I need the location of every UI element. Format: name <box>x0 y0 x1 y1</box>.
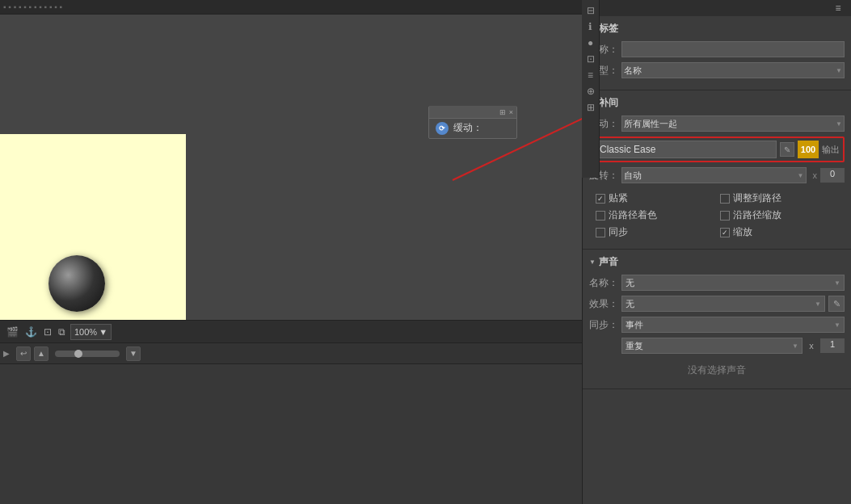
checkbox-suofang-label: 缩放 <box>733 225 752 239</box>
timeline-tracks <box>0 364 582 504</box>
ball-object <box>48 255 105 312</box>
search-icon[interactable]: ⊕ <box>583 84 598 99</box>
section-shengyin-triangle: ▼ <box>589 258 596 266</box>
checkbox-tiejin: 贴紧 <box>596 191 714 205</box>
info-icon[interactable]: ℹ <box>583 19 598 34</box>
checkbox-tongbu: 同步 <box>596 225 714 239</box>
sound-sync-dropdown-arrow: ▼ <box>834 321 840 329</box>
sound-repeat-row: 重复 ▼ x 1 <box>589 338 845 354</box>
section-biaoqian-header[interactable]: ▼ 标签 <box>583 19 851 38</box>
checkbox-tiejin-box[interactable] <box>596 194 605 204</box>
rotation-dropdown-arrow: ▼ <box>798 172 804 179</box>
checkbox-yanlu-suofang-box[interactable] <box>720 211 730 220</box>
ease-output-label: 输出 <box>822 144 840 156</box>
stage-content: ⊞ × ⟳ 缓动： <box>0 29 582 328</box>
ease-row: Classic Ease ✎ 100 输出 <box>589 136 845 162</box>
checkbox-suofang-box[interactable] <box>720 228 730 237</box>
sound-repeat-dropdown-arrow: ▼ <box>792 342 798 350</box>
section-butie-title: 补间 <box>599 96 618 110</box>
type-field-row: 类型： 名称 ▼ <box>589 62 845 78</box>
sound-effect-dropdown-arrow: ▼ <box>815 300 821 308</box>
panel-settings-icon[interactable]: ≡ <box>830 0 846 16</box>
sound-effect-select[interactable]: 无 ▼ <box>621 296 825 312</box>
align-icon[interactable]: ≡ <box>583 68 598 82</box>
sound-name-row: 名称： 无 ▼ <box>589 275 845 291</box>
action-panel-header: ⊞ × <box>429 106 516 119</box>
section-shengyin: ▼ 声音 名称： 无 ▼ 效果： 无 ▼ <box>583 250 851 389</box>
rotation-x-label: x <box>813 170 818 180</box>
right-panel-top: ≡ <box>583 0 851 16</box>
section-biaoqian: ▼ 标签 名称： 类型： 名称 ▼ <box>583 16 851 90</box>
action-panel-expand[interactable]: ⊞ <box>499 108 506 116</box>
checkbox-yanlu-zhanse: 沿路径着色 <box>596 208 714 222</box>
sound-effect-row: 效果： 无 ▼ ✎ <box>589 296 845 312</box>
zoom-value: 100% <box>74 327 97 337</box>
action-panel-close[interactable]: × <box>509 108 513 116</box>
rotation-select-value: 自动 <box>624 170 642 182</box>
clip-icon[interactable]: ⧉ <box>57 325 67 339</box>
checkbox-yanlu-zhanse-box[interactable] <box>596 211 605 220</box>
canvas-stage: ⊞ × ⟳ 缓动： <box>0 15 582 342</box>
timeline-controls: ▶ ↩ ▲ ▼ <box>0 342 582 504</box>
checkbox-yanlu-suofang: 沿路径缩放 <box>720 208 838 222</box>
sound-sync-label: 同步： <box>589 318 618 332</box>
action-panel: ⊞ × ⟳ 缓动： <box>428 106 517 139</box>
checkbox-tiaozheng-label: 调整到路径 <box>733 191 781 205</box>
action-label: 缓动： <box>453 121 482 135</box>
checkbox-tongbu-box[interactable] <box>596 228 605 237</box>
section-biaoqian-content: 名称： 类型： 名称 ▼ <box>583 38 851 86</box>
zoom-dropdown-arrow: ▼ <box>99 327 107 337</box>
checkbox-tiaozheng-box[interactable] <box>720 194 730 204</box>
undo-btn[interactable]: ↩ <box>16 346 31 361</box>
type-field-select[interactable]: 名称 ▼ <box>621 62 845 78</box>
timeline-toolbar: ▶ ↩ ▲ ▼ <box>0 343 582 364</box>
zoom-select[interactable]: 100% ▼ <box>70 324 112 340</box>
sound-repeat-count-input[interactable]: 1 <box>820 338 845 353</box>
checkbox-tiejin-label: 贴紧 <box>609 191 628 205</box>
sound-sync-value: 事件 <box>626 319 834 331</box>
canvas-bottom-toolbar: 🎬 ⚓ ⊡ ⧉ 100% ▼ <box>0 320 582 342</box>
sound-name-dropdown-arrow: ▼ <box>834 279 840 287</box>
scrubber-thumb <box>74 350 82 358</box>
ease-value-display: 100 <box>798 141 819 158</box>
section-butie-header[interactable]: ▼ 补间 <box>583 94 851 112</box>
right-panel: ≡ ▼ 标签 名称： 类型： 名称 ▼ <box>582 0 851 504</box>
main-container: ▪ ▪ ▪ ▪ ▪ ▪ ▪ ▪ ▪ ▪ ▪ ▪ ⊞ × ⟳ 缓动： <box>0 0 851 504</box>
sound-repeat-x-label: x <box>806 340 817 351</box>
properties-icon[interactable]: ⊟ <box>583 3 598 18</box>
section-biaoqian-title: 标签 <box>599 22 618 36</box>
transform-tool-icon[interactable]: ⊡ <box>42 325 53 339</box>
playhead-scrubber[interactable] <box>55 351 120 357</box>
type-dropdown-arrow: ▼ <box>836 67 842 74</box>
sound-name-select[interactable]: 无 ▼ <box>621 275 845 291</box>
side-icon-strip: ⊟ ℹ ● ⊡ ≡ ⊕ ⊞ <box>582 0 600 178</box>
color-swatch-icon[interactable]: ● <box>583 36 598 50</box>
top-toolbar: ▪ ▪ ▪ ▪ ▪ ▪ ▪ ▪ ▪ ▪ ▪ ▪ <box>0 0 582 15</box>
anchor-icon[interactable]: ⚓ <box>23 325 39 339</box>
sound-sync-select[interactable]: 事件 ▼ <box>621 317 845 333</box>
sound-repeat-value: 重复 <box>626 340 792 352</box>
huandong-field-row: 缓动： 所有属性一起 ▼ <box>589 116 845 132</box>
transform-icon[interactable]: ⊡ <box>583 52 598 66</box>
checkbox-tiaozheng: 调整到路径 <box>720 191 838 205</box>
section-shengyin-content: 名称： 无 ▼ 效果： 无 ▼ ✎ 同步： <box>583 271 851 385</box>
rotation-select[interactable]: 自动 ▼ <box>621 167 807 183</box>
huandong-select[interactable]: 所有属性一起 ▼ <box>621 116 845 132</box>
sound-name-label: 名称： <box>589 276 618 290</box>
sound-repeat-select[interactable]: 重复 ▼ <box>621 338 803 354</box>
camera-icon[interactable]: 🎬 <box>5 325 20 339</box>
checkbox-tongbu-label: 同步 <box>609 225 628 239</box>
up-btn[interactable]: ▲ <box>34 346 48 361</box>
checkbox-yanlu-zhanse-label: 沿路径着色 <box>609 208 657 222</box>
zoom-panel-icon[interactable]: ⊞ <box>583 100 598 115</box>
huandong-select-value: 所有属性一起 <box>624 118 677 130</box>
section-shengyin-title: 声音 <box>599 255 618 269</box>
down-btn[interactable]: ▼ <box>126 346 141 361</box>
sound-effect-edit-btn[interactable]: ✎ <box>828 296 845 312</box>
ease-edit-button[interactable]: ✎ <box>780 142 794 157</box>
rotation-field-row: 旋转： 自动 ▼ x 0 <box>589 167 845 183</box>
rotation-count-input[interactable]: 0 <box>820 168 845 183</box>
section-shengyin-header[interactable]: ▼ 声音 <box>583 253 851 271</box>
name-field-input[interactable] <box>621 41 845 57</box>
action-icon: ⟳ <box>436 122 449 135</box>
